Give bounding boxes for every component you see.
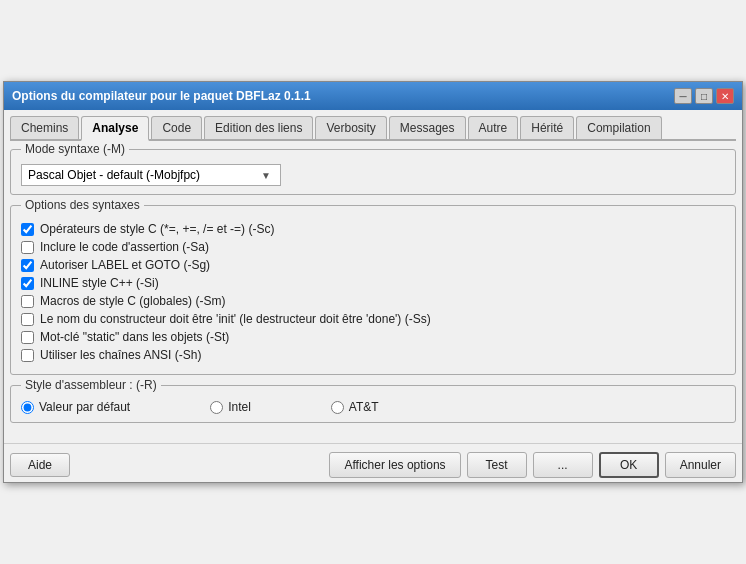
annuler-button[interactable]: Annuler [665,452,736,478]
tab-edition-des-liens[interactable]: Edition des liens [204,116,313,139]
checkbox-st[interactable] [21,331,34,344]
assembler-style-label: Style d'assembleur : (-R) [21,378,161,392]
checkbox-item-4: Macros de style C (globales) (-Sm) [21,294,725,308]
button-bar: Aide Afficher les options Test ... OK An… [4,443,742,482]
title-controls: ─ □ ✕ [674,88,734,104]
tab-bar: Chemins Analyse Code Edition des liens V… [10,116,736,141]
checkbox-sh-label: Utiliser les chaînes ANSI (-Sh) [40,348,201,362]
main-window: Options du compilateur pour le paquet DB… [3,81,743,483]
checkbox-sg[interactable] [21,259,34,272]
checkbox-item-3: INLINE style C++ (-Si) [21,276,725,290]
ellipsis-button[interactable]: ... [533,452,593,478]
checkbox-sg-label: Autoriser LABEL et GOTO (-Sg) [40,258,210,272]
options-syntaxes-section: Options des syntaxes Opérateurs de style… [10,205,736,375]
assembler-radio-group: Valeur par défaut Intel AT&T [21,400,725,414]
aide-button[interactable]: Aide [10,453,70,477]
window-title: Options du compilateur pour le paquet DB… [12,89,311,103]
checkbox-sa[interactable] [21,241,34,254]
options-syntaxes-label: Options des syntaxes [21,198,144,212]
tab-chemins[interactable]: Chemins [10,116,79,139]
radio-att: AT&T [331,400,379,414]
checkbox-item-0: Opérateurs de style C (*=, +=, /= et -=)… [21,222,725,236]
checkbox-sm-label: Macros de style C (globales) (-Sm) [40,294,225,308]
tab-code[interactable]: Code [151,116,202,139]
minimize-button[interactable]: ─ [674,88,692,104]
checkbox-ss-label: Le nom du constructeur doit être 'init' … [40,312,431,326]
checkbox-item-2: Autoriser LABEL et GOTO (-Sg) [21,258,725,272]
checkbox-item-1: Inclure le code d'assertion (-Sa) [21,240,725,254]
checkbox-item-6: Mot-clé "static" dans les objets (-St) [21,330,725,344]
tab-autre[interactable]: Autre [468,116,519,139]
mode-syntax-label: Mode syntaxe (-M) [21,142,129,156]
tab-herite[interactable]: Hérité [520,116,574,139]
checkbox-sc[interactable] [21,223,34,236]
checkbox-item-5: Le nom du constructeur doit être 'init' … [21,312,725,326]
checkbox-item-7: Utiliser les chaînes ANSI (-Sh) [21,348,725,362]
tab-compilation[interactable]: Compilation [576,116,661,139]
assembler-style-section: Style d'assembleur : (-R) Valeur par déf… [10,385,736,423]
test-button[interactable]: Test [467,452,527,478]
close-button[interactable]: ✕ [716,88,734,104]
radio-att-input[interactable] [331,401,344,414]
radio-intel: Intel [210,400,251,414]
radio-default-label: Valeur par défaut [39,400,130,414]
tab-analyse[interactable]: Analyse [81,116,149,141]
title-bar: Options du compilateur pour le paquet DB… [4,82,742,110]
checkbox-si[interactable] [21,277,34,290]
ok-button[interactable]: OK [599,452,659,478]
window-content: Chemins Analyse Code Edition des liens V… [4,110,742,439]
checkboxes-group: Opérateurs de style C (*=, +=, /= et -=)… [21,222,725,362]
radio-default: Valeur par défaut [21,400,130,414]
tab-messages[interactable]: Messages [389,116,466,139]
mode-syntax-select[interactable]: Pascal Objet - default (-Mobjfpc) Delphi… [21,164,281,186]
mode-syntax-wrapper: Pascal Objet - default (-Mobjfpc) Delphi… [21,164,725,186]
maximize-button[interactable]: □ [695,88,713,104]
radio-default-input[interactable] [21,401,34,414]
checkbox-sa-label: Inclure le code d'assertion (-Sa) [40,240,209,254]
checkbox-sc-label: Opérateurs de style C (*=, +=, /= et -=)… [40,222,274,236]
checkbox-sm[interactable] [21,295,34,308]
checkbox-si-label: INLINE style C++ (-Si) [40,276,159,290]
radio-intel-label: Intel [228,400,251,414]
radio-intel-input[interactable] [210,401,223,414]
mode-syntax-section: Mode syntaxe (-M) Pascal Objet - default… [10,149,736,195]
afficher-les-options-button[interactable]: Afficher les options [329,452,460,478]
right-buttons: Afficher les options Test ... OK Annuler [329,452,736,478]
checkbox-st-label: Mot-clé "static" dans les objets (-St) [40,330,229,344]
tab-verbosity[interactable]: Verbosity [315,116,386,139]
radio-att-label: AT&T [349,400,379,414]
checkbox-sh[interactable] [21,349,34,362]
checkbox-ss[interactable] [21,313,34,326]
